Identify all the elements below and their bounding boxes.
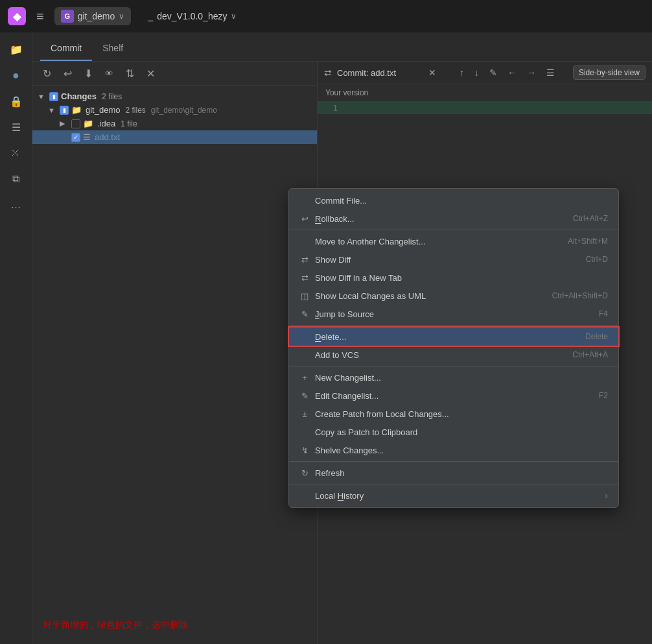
folder-icon: 📁 — [71, 105, 82, 115]
menu-separator-4 — [289, 461, 618, 462]
menu-label-rollback: Rollback... — [315, 214, 355, 224]
context-menu: Commit File... ↩ Rollback... Ctrl+Alt+Z … — [288, 188, 619, 508]
delete-shortcut: Delete — [585, 332, 608, 341]
add-txt-label: add.txt — [95, 132, 120, 142]
sidebar-item-branch[interactable]: ⛌ — [5, 141, 28, 165]
sidebar-item-more[interactable]: … — [5, 193, 28, 217]
move-changelist-shortcut: Alt+Shift+M — [568, 237, 608, 246]
project-name: git_demo — [78, 11, 115, 21]
menu-label-commit-file: Commit File... — [315, 196, 367, 206]
menu-item-shelve[interactable]: ↯ Shelve Changes... — [289, 441, 618, 459]
diff-down-button[interactable]: ↓ — [472, 66, 482, 79]
menu-item-show-diff-tab[interactable]: ⇄ Show Diff in a New Tab — [289, 268, 618, 287]
tree-item-git-demo[interactable]: ▼ ▮ 📁 git_demo 2 files git_demo\git_demo — [32, 103, 317, 117]
changes-count: 2 files — [102, 92, 122, 101]
project-icon: G — [61, 10, 74, 23]
menu-item-commit-file[interactable]: Commit File... — [289, 191, 618, 209]
branch-selector[interactable]: ⎯ dev_V1.0.0_hezy ∨ — [141, 8, 243, 24]
menu-item-add-vcs[interactable]: Add to VCS Ctrl+Alt+A — [289, 346, 618, 364]
chevron-right-icon: ▶ — [60, 119, 69, 128]
tab-commit[interactable]: Commit — [40, 38, 92, 61]
diff-title-text: Commit: add.txt — [337, 68, 396, 78]
menu-label-show-diff: Show Diff — [315, 255, 351, 265]
file-tree: ▼ ▮ Changes 2 files ▼ ▮ 📁 — [32, 86, 317, 606]
menu-item-move-changelist[interactable]: Move to Another Changelist... Alt+Shift+… — [289, 232, 618, 250]
diff-close-button[interactable]: ✕ — [428, 67, 436, 78]
edit-changelist-icon: ✎ — [299, 390, 310, 401]
sidebar-item-folder[interactable]: 📁 — [5, 38, 28, 61]
show-diff-icon: ⇄ — [299, 254, 310, 265]
menu-item-show-uml[interactable]: ◫ Show Local Changes as UML Ctrl+Alt+Shi… — [289, 287, 618, 305]
idea-count: 1 file — [121, 119, 137, 128]
diff-view-button[interactable]: Side-by-side view — [573, 66, 646, 80]
menu-item-copy-patch[interactable]: Copy as Patch to Clipboard — [289, 423, 618, 441]
copy-patch-icon — [299, 427, 310, 437]
tree-item-idea[interactable]: ▶ 📁 .idea 1 file — [32, 117, 317, 130]
edit-changelist-shortcut: F2 — [599, 391, 608, 400]
idea-label: .idea — [97, 119, 115, 128]
menu-label-move-changelist: Move to Another Changelist... — [315, 237, 426, 246]
menu-label-shelve: Shelve Changes... — [315, 446, 384, 455]
folder-icon: 📁 — [83, 119, 93, 128]
diff-header: ⇄ Commit: add.txt ✕ ↑ ↓ ✎ ← → ☰ Side-by-… — [318, 62, 652, 84]
chevron-down-icon: ▼ — [38, 93, 47, 101]
menu-label-delete: Delete... — [315, 332, 346, 342]
sidebar-item-lock[interactable]: 🔒 — [5, 89, 28, 113]
move-changelist-icon — [299, 236, 310, 246]
left-panel: ↻ ↩ ⬇ 👁︎ ⇅ ✕ ▼ ▮ — [32, 62, 318, 644]
chevron-down-icon: ▼ — [48, 106, 57, 114]
menu-item-delete[interactable]: Delete... Delete — [289, 328, 618, 346]
diff-left-button[interactable]: ← — [505, 66, 519, 79]
download-button[interactable]: ⬇ — [80, 66, 96, 81]
menu-label-add-vcs: Add to VCS — [315, 350, 359, 360]
menu-item-refresh[interactable]: ↻ Refresh — [289, 464, 618, 482]
diff-line-1: 1 — [318, 102, 652, 114]
diff-up-button[interactable]: ↑ — [457, 66, 467, 79]
tab-bar: Commit Shelf — [32, 32, 652, 62]
undo-button[interactable]: ↩ — [60, 66, 75, 81]
idea-checkbox[interactable] — [71, 119, 80, 128]
git-demo-path: git_demo\git_demo — [151, 106, 217, 115]
jump-source-shortcut: F4 — [599, 309, 608, 318]
project-chevron-icon: ∨ — [119, 12, 124, 21]
sidebar-item-git[interactable]: ● — [5, 64, 28, 87]
add-txt-checkbox[interactable]: ✓ — [71, 133, 80, 142]
menu-separator-5 — [289, 484, 618, 484]
branch-icon: ⎯ — [148, 11, 153, 21]
titlebar: ◆ ≡ G git_demo ∨ ⎯ dev_V1.0.0_hezy ∨ — [0, 0, 652, 32]
sidebar-item-lines[interactable]: ☰ — [5, 115, 28, 139]
menu-item-edit-changelist[interactable]: ✎ Edit Changelist... F2 — [289, 387, 618, 405]
tab-shelf[interactable]: Shelf — [92, 38, 134, 61]
menu-item-show-diff[interactable]: ⇄ Show Diff Ctrl+D — [289, 250, 618, 268]
diff-doc-button[interactable]: ☰ — [544, 66, 557, 79]
diff-line-content — [343, 102, 652, 114]
menu-item-rollback[interactable]: ↩ Rollback... Ctrl+Alt+Z — [289, 209, 618, 228]
menu-label-edit-changelist: Edit Changelist... — [315, 391, 378, 401]
tree-item-add-txt[interactable]: ▶ ✓ ☰ add.txt — [32, 130, 317, 144]
menu-item-jump-source[interactable]: ✎ Jump to Source F4 — [289, 305, 618, 323]
tree-item-changes[interactable]: ▼ ▮ Changes 2 files — [32, 89, 317, 103]
show-uml-icon: ◫ — [299, 291, 310, 301]
show-uml-shortcut: Ctrl+Alt+Shift+D — [552, 291, 608, 300]
menu-button[interactable]: ≡ — [36, 9, 44, 24]
sidebar-item-grid[interactable]: ⧉ — [5, 167, 28, 191]
create-patch-icon: ± — [299, 409, 310, 419]
project-selector[interactable]: G git_demo ∨ — [54, 7, 132, 25]
diff-right-button[interactable]: → — [524, 66, 539, 79]
menu-item-create-patch[interactable]: ± Create Patch from Local Changes... — [289, 405, 618, 423]
refresh-button[interactable]: ↻ — [39, 66, 54, 81]
file-icon: ☰ — [83, 132, 91, 142]
git-demo-label: git_demo — [86, 105, 120, 115]
annotation-text: 对于新增的，绿色的文件，选中删除 — [32, 606, 317, 644]
arrows-button[interactable]: ⇅ — [122, 66, 137, 81]
close-button[interactable]: ✕ — [143, 66, 158, 81]
menu-item-local-history[interactable]: Local History › — [289, 486, 618, 505]
diff-edit-button[interactable]: ✎ — [487, 66, 500, 79]
menu-separator-1 — [289, 230, 618, 230]
add-vcs-shortcut: Ctrl+Alt+A — [572, 350, 608, 359]
eye-button[interactable]: 👁︎ — [101, 66, 117, 81]
menu-item-new-changelist[interactable]: + New Changelist... — [289, 368, 618, 387]
logo-mark: ◆ — [13, 10, 21, 23]
diff-title: ⇄ Commit: add.txt — [324, 67, 423, 78]
commit-file-icon — [299, 195, 310, 206]
